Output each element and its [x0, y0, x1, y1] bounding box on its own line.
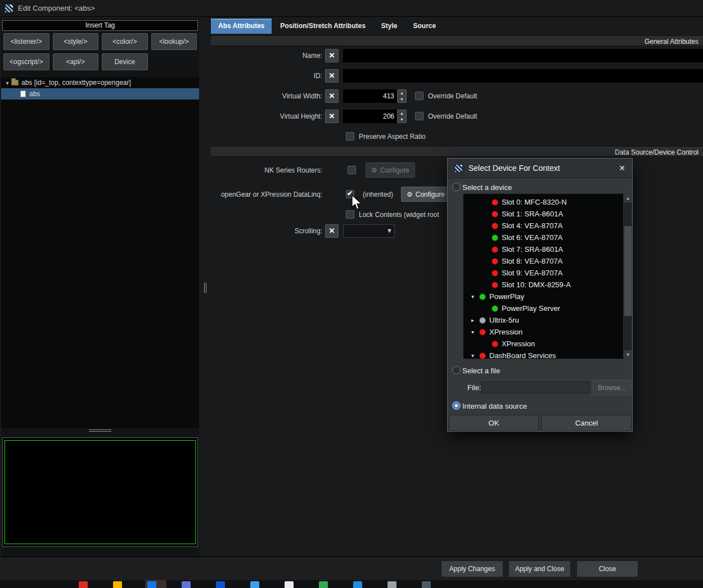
preserve-aspect-checkbox[interactable]: [346, 132, 354, 141]
spin-down-icon[interactable]: ▼: [398, 96, 406, 102]
horizontal-splitter[interactable]: [1, 427, 199, 434]
name-input[interactable]: [343, 49, 703, 62]
clear-name-button[interactable]: ✕: [325, 49, 339, 62]
device-tree-item[interactable]: Slot 9: VEA-8707A: [463, 267, 623, 279]
insert-tag-style-button[interactable]: <style/>: [53, 33, 99, 50]
taskbar-icon[interactable]: [147, 581, 156, 588]
internal-data-source-radio[interactable]: [452, 401, 461, 410]
virtual-height-override-checkbox[interactable]: [415, 112, 423, 120]
spin-up-icon[interactable]: ▲: [398, 90, 406, 96]
virtual-height-label: Virtual Height:: [211, 112, 322, 120]
tab-source[interactable]: Source: [406, 19, 444, 34]
insert-tag-device-button[interactable]: Device: [102, 53, 148, 70]
scrollbar-thumb[interactable]: [624, 226, 632, 316]
virtual-height-spinner[interactable]: 206: [343, 110, 397, 123]
expanded-arrow-icon[interactable]: ▾: [471, 329, 479, 335]
taskbar-icon[interactable]: [113, 581, 122, 588]
nk-routers-checkbox[interactable]: [348, 166, 356, 174]
tree-child-label: abs: [29, 90, 40, 98]
taskbar-icon[interactable]: [285, 581, 294, 588]
device-label: Slot 0: MFC-8320-N: [502, 198, 567, 206]
device-tree-item[interactable]: Slot 1: SRA-8601A: [463, 208, 623, 220]
scroll-up-icon[interactable]: ▲: [624, 194, 632, 202]
close-icon[interactable]: ✕: [619, 164, 625, 173]
taskbar-icon[interactable]: [422, 581, 431, 588]
expanded-arrow-icon[interactable]: ▾: [3, 80, 11, 86]
device-tree-item[interactable]: Slot 4: VEA-8707A: [463, 220, 623, 232]
scrolling-dropdown[interactable]: ▼: [343, 224, 395, 238]
id-row: ID: ✕: [211, 69, 703, 84]
taskbar-icon[interactable]: [79, 581, 88, 588]
file-icon: [20, 91, 26, 97]
device-tree-item[interactable]: Slot 8: VEA-8707A: [463, 255, 623, 267]
virtual-width-spinner[interactable]: 413: [343, 89, 397, 103]
virtual-width-spin-buttons[interactable]: ▲▼: [397, 89, 407, 103]
insert-tag-color-button[interactable]: <color/>: [102, 33, 148, 50]
ok-button[interactable]: OK: [449, 415, 539, 431]
tree-root-label: abs [id=_top, contexttype=opengear]: [21, 79, 131, 87]
lock-contents-checkbox[interactable]: [346, 210, 354, 219]
select-device-dialog: Select Device For Context ✕ Select a dev…: [447, 158, 633, 432]
status-dot-green: [492, 234, 498, 241]
tree-item-abs[interactable]: abs: [1, 88, 199, 99]
expanded-arrow-icon[interactable]: ▾: [471, 352, 479, 359]
clear-virtual-height-button[interactable]: ✕: [325, 110, 339, 123]
device-tree-item[interactable]: Slot 7: SRA-8601A: [463, 243, 623, 255]
clear-virtual-width-button[interactable]: ✕: [325, 89, 339, 103]
taskbar-icon[interactable]: [387, 581, 396, 588]
device-tree-item[interactable]: PowerPlay Server: [463, 302, 623, 314]
clear-scrolling-button[interactable]: ✕: [325, 224, 339, 238]
file-input[interactable]: [481, 382, 589, 393]
apply-and-close-button[interactable]: Apply and Close: [508, 560, 571, 577]
virtual-height-row: Virtual Height: ✕ 206 ▲▼ Override Defaul…: [211, 110, 703, 124]
apply-changes-button[interactable]: Apply Changes: [441, 560, 503, 577]
tab-style[interactable]: Style: [374, 19, 405, 34]
spin-up-icon[interactable]: ▲: [398, 110, 406, 116]
device-tree-item[interactable]: ▾XPression: [463, 326, 623, 338]
insert-tag-lookup-button[interactable]: <lookup/>: [151, 33, 197, 50]
device-tree-item[interactable]: Slot 6: VEA-8707A: [463, 232, 623, 243]
override-default-label: Override Default: [428, 92, 477, 100]
id-input[interactable]: [343, 69, 703, 83]
status-dot-red: [492, 223, 498, 229]
tree-item-root[interactable]: ▾ abs [id=_top, contexttype=opengear]: [1, 77, 199, 88]
datalinq-configure-button[interactable]: ⚙ Configure: [401, 187, 450, 202]
taskbar-icon[interactable]: [182, 581, 191, 588]
device-tree-item[interactable]: ▸Ultrix-5ru: [463, 314, 623, 326]
tab-abs-attributes[interactable]: Abs Attributes: [211, 19, 272, 34]
device-tree-item[interactable]: XPression: [463, 338, 623, 350]
close-button[interactable]: Close: [576, 560, 638, 577]
taskbar-icon[interactable]: [216, 581, 225, 588]
vertical-splitter[interactable]: [200, 19, 210, 557]
spin-down-icon[interactable]: ▼: [398, 116, 406, 123]
taskbar-icon[interactable]: [319, 581, 328, 588]
device-tree-item[interactable]: Slot 10: DMX-8259-A: [463, 279, 623, 291]
windows-taskbar: [0, 580, 703, 588]
attributes-tabbar: Abs AttributesPosition/Stretch Attribute…: [211, 19, 444, 34]
insert-tag-ogscript-button[interactable]: <ogscript/>: [3, 53, 49, 70]
expanded-arrow-icon[interactable]: ▾: [471, 293, 479, 300]
device-tree-scrollbar[interactable]: ▲ ▼: [623, 194, 632, 359]
device-tree-item[interactable]: ▾PowerPlay: [463, 291, 623, 302]
virtual-width-override-checkbox[interactable]: [415, 92, 423, 100]
clear-id-button[interactable]: ✕: [325, 69, 339, 83]
device-tree-item[interactable]: ▾DashBoard Services: [463, 350, 623, 359]
gear-icon: ⚙: [407, 191, 413, 198]
insert-tag-listener-button[interactable]: <listener/>: [3, 33, 49, 50]
nk-routers-label: NK Series Routers:: [211, 166, 322, 174]
taskbar-icon[interactable]: [250, 581, 259, 588]
tab-position-stretch-attributes[interactable]: Position/Stretch Attributes: [273, 19, 373, 34]
dashboard-app-icon: [4, 4, 13, 13]
taskbar-icon[interactable]: [353, 581, 362, 588]
cancel-button[interactable]: Cancel: [542, 415, 632, 431]
insert-tag-api-button[interactable]: <api/>: [53, 53, 99, 70]
collapsed-arrow-icon[interactable]: ▸: [471, 317, 479, 323]
section-title: General Attributes: [645, 38, 699, 46]
select-file-radio[interactable]: [452, 366, 461, 374]
device-tree-item[interactable]: Slot 0: MFC-8320-N: [463, 196, 623, 208]
select-device-radio[interactable]: [452, 183, 461, 191]
scroll-down-icon[interactable]: ▼: [624, 350, 632, 359]
virtual-height-spin-buttons[interactable]: ▲▼: [397, 110, 407, 123]
mouse-cursor: [351, 195, 363, 211]
device-label: PowerPlay Server: [502, 304, 560, 313]
